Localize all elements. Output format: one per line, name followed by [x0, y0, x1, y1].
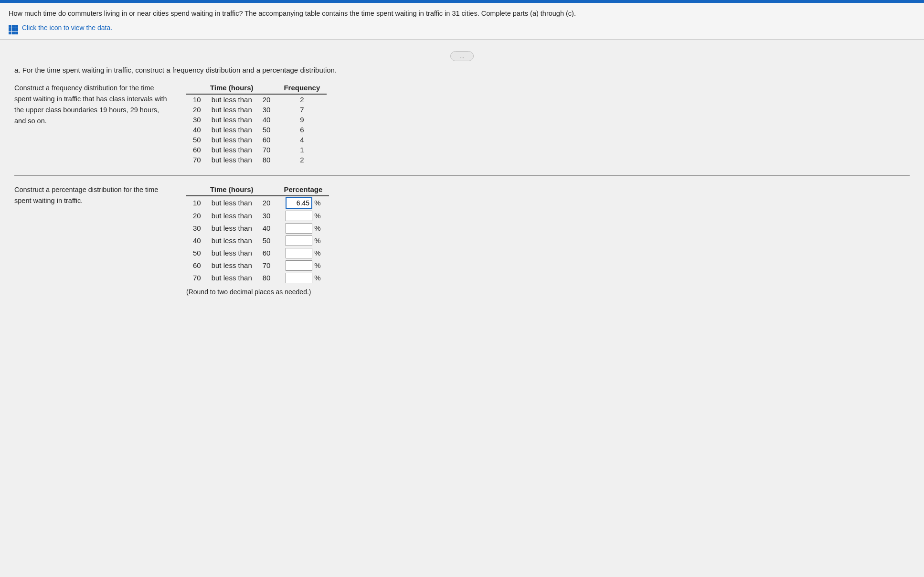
freq-value-6: 2: [277, 155, 327, 165]
pct-col1-header: Time (hours): [186, 184, 277, 196]
freq-upper-5: 70: [259, 145, 277, 155]
pct-table-row: 50 but less than 60 %: [186, 247, 329, 259]
freq-lower-0: 10: [186, 94, 205, 105]
pct-table-row: 70 but less than 80 %: [186, 272, 329, 284]
freq-lower-6: 70: [186, 155, 205, 165]
freq-table-container: Time (hours) Frequency 10 but less than …: [186, 83, 910, 165]
freq-upper-0: 20: [259, 94, 277, 105]
freq-upper-2: 40: [259, 115, 277, 125]
pct-upper-2: 40: [259, 222, 277, 235]
freq-table-row: 10 but less than 20 2: [186, 94, 327, 105]
freq-table-row: 20 but less than 30 7: [186, 105, 327, 115]
pct-desc: Construct a percentage distribution for …: [14, 184, 167, 206]
pct-symbol-2: %: [314, 224, 320, 232]
freq-lower-1: 20: [186, 105, 205, 115]
pct-table-row: 10 but less than 20 %: [186, 196, 329, 210]
pct-value-cell-3: %: [277, 235, 329, 247]
pct-but-1: but less than: [205, 210, 259, 222]
freq-value-5: 1: [277, 145, 327, 155]
freq-table-row: 30 but less than 40 9: [186, 115, 327, 125]
freq-value-4: 4: [277, 135, 327, 145]
more-button[interactable]: ...: [450, 51, 474, 61]
section-divider: [14, 175, 910, 176]
freq-but-5: but less than: [205, 145, 259, 155]
pct-lower-6: 70: [186, 272, 205, 284]
pct-table-container: Time (hours) Percentage 10 but less than…: [186, 184, 910, 296]
pct-col2-header: Percentage: [277, 184, 329, 196]
pct-table-row: 20 but less than 30 %: [186, 210, 329, 222]
pct-symbol-5: %: [314, 261, 320, 269]
round-note: (Round to two decimal places as needed.): [186, 288, 910, 296]
freq-lower-4: 50: [186, 135, 205, 145]
header-icon-row: Click the icon to view the data.: [9, 21, 915, 34]
pct-symbol-1: %: [314, 212, 320, 220]
pct-lower-0: 10: [186, 196, 205, 210]
main-content: ... a. For the time spent waiting in tra…: [0, 40, 924, 577]
more-btn-row: ...: [14, 51, 910, 61]
pct-value-cell-2: %: [277, 222, 329, 235]
pct-but-0: but less than: [205, 196, 259, 210]
pct-lower-3: 40: [186, 235, 205, 247]
pct-but-3: but less than: [205, 235, 259, 247]
freq-table-row: 40 but less than 50 6: [186, 125, 327, 135]
header: How much time do commuters living in or …: [0, 3, 924, 40]
freq-value-3: 6: [277, 125, 327, 135]
freq-value-0: 2: [277, 94, 327, 105]
pct-upper-4: 60: [259, 247, 277, 259]
pct-but-2: but less than: [205, 222, 259, 235]
grid-icon[interactable]: [9, 21, 18, 34]
freq-table-header: Time (hours) Frequency: [186, 83, 327, 94]
pct-upper-0: 20: [259, 196, 277, 210]
pct-lower-1: 20: [186, 210, 205, 222]
freq-upper-4: 60: [259, 135, 277, 145]
pct-table-row: 30 but less than 40 %: [186, 222, 329, 235]
pct-input-4[interactable]: [286, 248, 312, 258]
pct-input-6[interactable]: [286, 273, 312, 283]
pct-input-5[interactable]: [286, 260, 312, 271]
freq-col2-header: Frequency: [277, 83, 327, 94]
freq-but-3: but less than: [205, 125, 259, 135]
freq-col1-header: Time (hours): [186, 83, 277, 94]
pct-lower-5: 60: [186, 259, 205, 272]
freq-upper-6: 80: [259, 155, 277, 165]
click-icon-label[interactable]: Click the icon to view the data.: [22, 24, 112, 32]
freq-but-0: but less than: [205, 94, 259, 105]
pct-symbol-6: %: [314, 274, 320, 282]
pct-table-row: 40 but less than 50 %: [186, 235, 329, 247]
pct-but-6: but less than: [205, 272, 259, 284]
pct-value-cell-6: %: [277, 272, 329, 284]
pct-symbol-3: %: [314, 236, 320, 245]
freq-table-row: 50 but less than 60 4: [186, 135, 327, 145]
section-a-title: a. For the time spent waiting in traffic…: [14, 66, 910, 74]
pct-upper-1: 30: [259, 210, 277, 222]
pct-upper-3: 50: [259, 235, 277, 247]
freq-section: Construct a frequency distribution for t…: [14, 83, 910, 165]
pct-input-0[interactable]: [286, 197, 312, 209]
freq-desc: Construct a frequency distribution for t…: [14, 83, 167, 127]
pct-value-cell-5: %: [277, 259, 329, 272]
pct-symbol-0: %: [314, 199, 320, 207]
pct-input-1[interactable]: [286, 211, 312, 221]
freq-table: Time (hours) Frequency 10 but less than …: [186, 83, 327, 165]
freq-lower-3: 40: [186, 125, 205, 135]
pct-lower-2: 30: [186, 222, 205, 235]
freq-upper-3: 50: [259, 125, 277, 135]
freq-upper-1: 30: [259, 105, 277, 115]
pct-value-cell-0: %: [277, 196, 329, 210]
freq-but-1: but less than: [205, 105, 259, 115]
pct-lower-4: 50: [186, 247, 205, 259]
header-question: How much time do commuters living in or …: [9, 9, 915, 19]
pct-upper-5: 70: [259, 259, 277, 272]
pct-upper-6: 80: [259, 272, 277, 284]
freq-table-row: 70 but less than 80 2: [186, 155, 327, 165]
freq-value-1: 7: [277, 105, 327, 115]
pct-table-row: 60 but less than 70 %: [186, 259, 329, 272]
pct-table-header: Time (hours) Percentage: [186, 184, 329, 196]
freq-value-2: 9: [277, 115, 327, 125]
pct-but-5: but less than: [205, 259, 259, 272]
pct-input-3[interactable]: [286, 235, 312, 246]
pct-section: Construct a percentage distribution for …: [14, 184, 910, 296]
pct-input-2[interactable]: [286, 223, 312, 234]
freq-but-4: but less than: [205, 135, 259, 145]
pct-table: Time (hours) Percentage 10 but less than…: [186, 184, 329, 284]
